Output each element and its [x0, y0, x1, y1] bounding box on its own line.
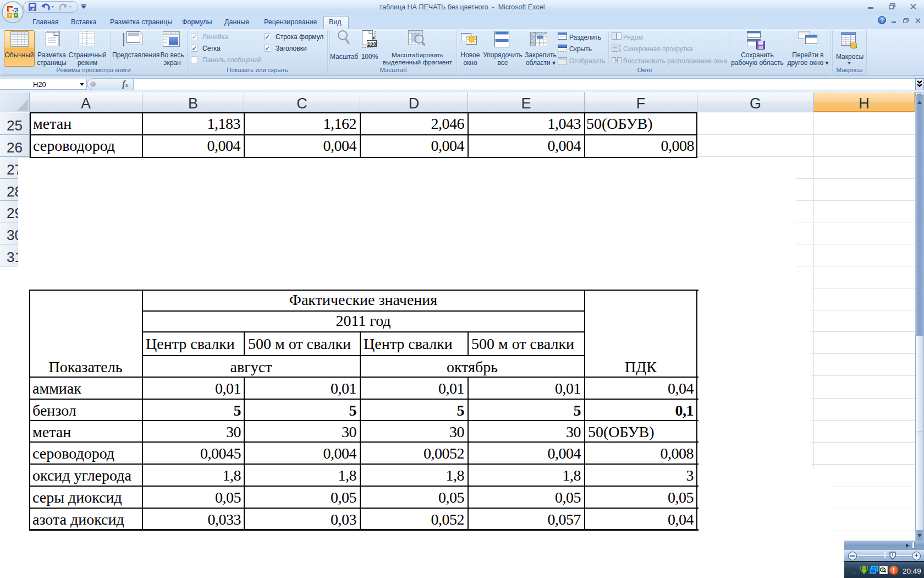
- svg-text:?: ?: [880, 17, 884, 24]
- svg-text:100: 100: [367, 41, 376, 47]
